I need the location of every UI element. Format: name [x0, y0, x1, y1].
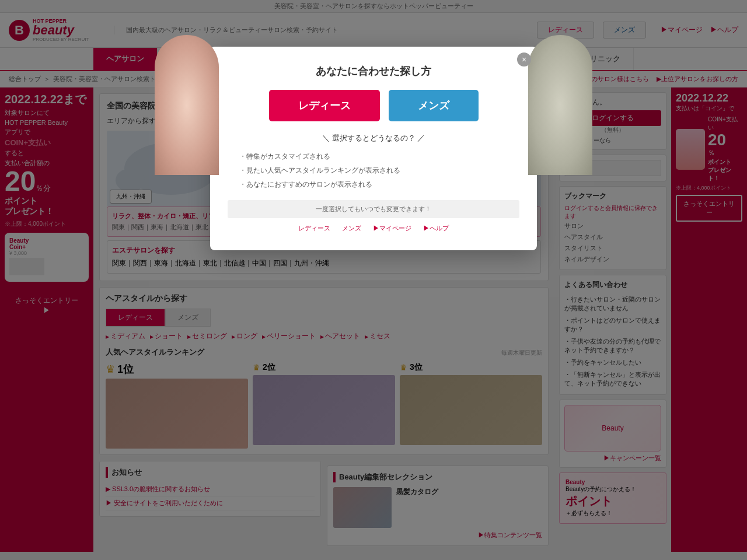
modal-ladies-button[interactable]: レディース [269, 90, 380, 121]
modal-footer-mens[interactable]: メンズ [342, 224, 361, 233]
modal-mens-button[interactable]: メンズ [389, 90, 479, 121]
modal-footer-help[interactable]: ▶ヘルプ [423, 224, 449, 233]
modal-caption-text: 選択するとどうなるの？ [332, 134, 416, 142]
modal-benefit-1: 特集がカスタマイズされる [239, 149, 508, 163]
modal-title: あなたに合わせた探し方 [228, 64, 519, 78]
modal-benefit-2: 見たい人気ヘアスタイルランキングが表示される [239, 163, 508, 177]
modal-photo-left [155, 35, 219, 175]
modal-footer-mypage[interactable]: ▶マイページ [373, 224, 411, 233]
modal-photo-right [528, 35, 592, 175]
modal-gender-buttons: レディース メンズ [228, 90, 519, 121]
modal-dialog: × あなたに合わせた探し方 レディース メンズ ＼ 選択するとどうなるの？ ／ … [210, 47, 537, 250]
modal-benefit-3: あなたにおすすめのサロンが表示される [239, 177, 508, 191]
modal-caption: ＼ 選択するとどうなるの？ ／ [228, 133, 519, 144]
modal-overlay[interactable]: × あなたに合わせた探し方 レディース メンズ ＼ 選択するとどうなるの？ ／ … [0, 0, 747, 552]
modal-footer-ladies[interactable]: レディース [298, 224, 330, 233]
modal-benefits: 特集がカスタマイズされる 見たい人気ヘアスタイルランキングが表示される あなたに… [228, 149, 519, 191]
close-icon: × [522, 55, 526, 64]
modal-close-button[interactable]: × [517, 52, 531, 66]
modal-change-note: 一度選択してもいつでも変更できます！ [228, 200, 519, 218]
modal-footer-links: レディース メンズ ▶マイページ ▶ヘルプ [228, 224, 519, 233]
